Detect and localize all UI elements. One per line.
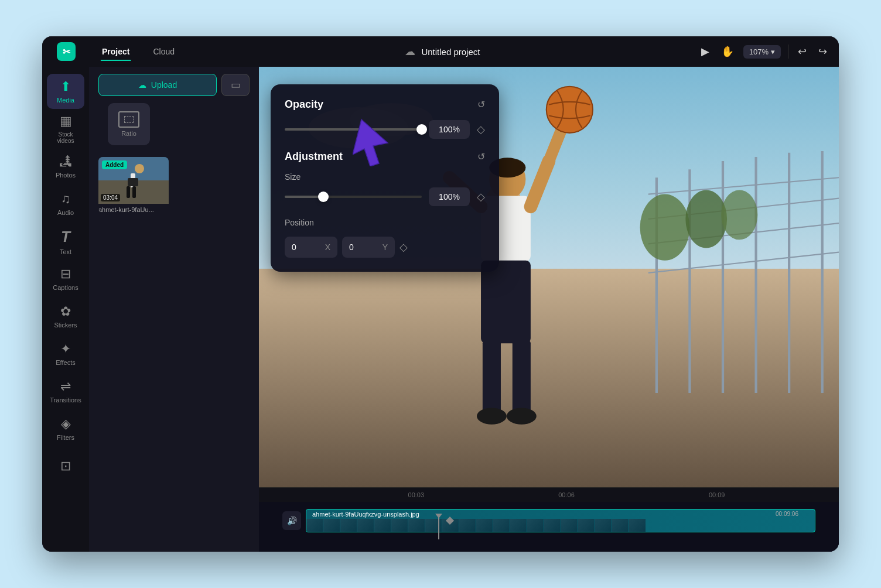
frame-14 — [527, 519, 544, 532]
clip-duration: 00:09:06 — [776, 511, 798, 517]
frame-17 — [578, 519, 595, 532]
stickers-icon: ✿ — [60, 304, 71, 319]
opacity-slider-track[interactable] — [285, 128, 422, 131]
redo-button[interactable]: ↪ — [816, 43, 829, 60]
sidebar-label-audio: Audio — [57, 209, 74, 216]
frame-5 — [374, 519, 391, 532]
opacity-title: Opacity — [285, 98, 323, 111]
clip-label: ahmet-kurt-9faUuqfxzvg-unsplash.jpg — [308, 511, 424, 518]
preview-video: Opacity ↺ 100% ◇ — [259, 67, 839, 487]
ratio-label: Ratio — [121, 130, 136, 137]
sidebar-item-captions[interactable]: ⊟ Captions — [47, 261, 84, 296]
sidebar-item-subtitles[interactable]: ⊡ — [47, 449, 84, 484]
frame-6 — [391, 519, 408, 532]
opacity-keyframe-button[interactable]: ◇ — [477, 123, 485, 136]
timeline-tracks: 🔊 ahmet-kurt-9faUuqfxzvg-unsplash.jpg 00… — [259, 502, 839, 539]
svg-rect-36 — [513, 340, 531, 414]
hand-tool-button[interactable]: ✋ — [719, 43, 736, 60]
position-y-input[interactable]: 0 Y — [342, 237, 395, 258]
time-mark-3: 00:09 — [641, 491, 792, 498]
frame-20 — [629, 519, 646, 532]
frame-2 — [323, 519, 340, 532]
sidebar-item-transitions[interactable]: ⇌ Transitions — [47, 374, 84, 409]
effects-icon: ✦ — [60, 341, 71, 357]
timeline-ruler: 00:03 00:06 00:09 — [259, 488, 839, 502]
sidebar-item-filters[interactable]: ◈ Filters — [47, 411, 84, 446]
sidebar-item-text[interactable]: T Text — [47, 224, 84, 259]
sidebar-label-stickers: Stickers — [54, 322, 77, 329]
position-x-input[interactable]: 0 X — [285, 237, 337, 258]
time-mark-1: 00:03 — [341, 491, 491, 498]
position-keyframe-button[interactable]: ◇ — [399, 241, 408, 254]
time-mark-2: 00:06 — [491, 491, 642, 498]
media-grid: Added 03:04 ahmet-kurt-9faUu... — [89, 152, 259, 552]
text-icon: T — [61, 228, 70, 246]
panel-area: ☁ Upload ▭ Ratio — [89, 67, 259, 552]
sidebar-item-stock-videos[interactable]: ▦ Stockvideos — [47, 111, 84, 146]
size-slider-track[interactable] — [285, 196, 422, 198]
cloud-icon: ☁ — [405, 45, 415, 58]
transitions-icon: ⇌ — [60, 379, 71, 394]
undo-button[interactable]: ↩ — [795, 43, 809, 60]
ratio-icon — [118, 111, 139, 128]
size-value: 100% — [429, 187, 470, 206]
zoom-chevron: ▾ — [771, 47, 775, 56]
tablet-button[interactable]: ▭ — [221, 74, 250, 96]
preview-area: Opacity ↺ 100% ◇ — [259, 67, 839, 552]
sidebar-label-transitions: Transitions — [50, 396, 81, 404]
sidebar-item-media[interactable]: ⬆ Media — [47, 74, 84, 109]
top-tabs: Project Cloud — [90, 42, 186, 61]
size-slider-thumb[interactable] — [318, 192, 329, 202]
frame-3 — [340, 519, 357, 532]
media-item[interactable]: Added 03:04 ahmet-kurt-9faUu... — [98, 157, 169, 213]
track-audio-icon[interactable]: 🔊 — [282, 511, 301, 530]
svg-rect-11 — [259, 269, 839, 487]
adjustment-section-header: Adjustment ↺ — [285, 151, 485, 163]
size-keyframe-button[interactable]: ◇ — [477, 190, 485, 203]
upload-icon: ☁ — [138, 80, 146, 90]
opacity-value: 100% — [429, 120, 470, 139]
sidebar-label-filters: Filters — [57, 434, 74, 441]
divider — [788, 45, 788, 59]
play-button[interactable]: ▶ — [699, 43, 712, 60]
video-clip[interactable]: ahmet-kurt-9faUuqfxzvg-unsplash.jpg 00:0… — [306, 509, 815, 532]
frame-15 — [544, 519, 561, 532]
tab-project[interactable]: Project — [90, 42, 141, 61]
svg-point-38 — [507, 408, 537, 424]
photos-icon: 🏞 — [59, 154, 72, 169]
sidebar-label-photos: Photos — [56, 172, 76, 179]
top-right: ▶ ✋ 107% ▾ ↩ ↪ — [699, 43, 829, 60]
pos-y-value: 0 — [349, 242, 354, 252]
upload-label: Upload — [151, 80, 177, 90]
sidebar-label-stock: Stockvideos — [57, 131, 74, 144]
adjustment-reset-button[interactable]: ↺ — [477, 151, 485, 162]
project-title: Untitled project — [421, 47, 480, 57]
video-track-row: 🔊 ahmet-kurt-9faUuqfxzvg-unsplash.jpg 00… — [282, 507, 815, 535]
sidebar-item-stickers[interactable]: ✿ Stickers — [47, 299, 84, 334]
playhead[interactable] — [438, 516, 439, 539]
opacity-reset-button[interactable]: ↺ — [477, 99, 485, 110]
size-label: Size — [285, 172, 485, 182]
logo-area: ✂ — [52, 42, 81, 61]
captions-icon: ⊟ — [60, 266, 71, 282]
opacity-slider-thumb[interactable] — [416, 124, 427, 135]
frame-16 — [561, 519, 578, 532]
frame-18 — [595, 519, 612, 532]
svg-point-3 — [135, 164, 144, 173]
upload-button[interactable]: ☁ Upload — [98, 74, 217, 96]
zoom-level: 107% — [749, 47, 769, 56]
pos-x-value: 0 — [292, 242, 296, 252]
media-icon: ⬆ — [60, 79, 71, 94]
frame-10 — [459, 519, 476, 532]
tablet-icon: ▭ — [231, 78, 241, 91]
sidebar-item-effects[interactable]: ✦ Effects — [47, 336, 84, 371]
svg-point-23 — [685, 190, 727, 248]
sidebar-item-photos[interactable]: 🏞 Photos — [47, 149, 84, 184]
ratio-button[interactable]: Ratio — [108, 103, 150, 145]
svg-rect-7 — [132, 186, 136, 198]
sidebar-label-text: Text — [60, 248, 71, 255]
sidebar-item-audio[interactable]: ♫ Audio — [47, 186, 84, 221]
frame-19 — [612, 519, 629, 532]
tab-cloud[interactable]: Cloud — [141, 42, 186, 61]
zoom-control[interactable]: 107% ▾ — [743, 45, 781, 59]
